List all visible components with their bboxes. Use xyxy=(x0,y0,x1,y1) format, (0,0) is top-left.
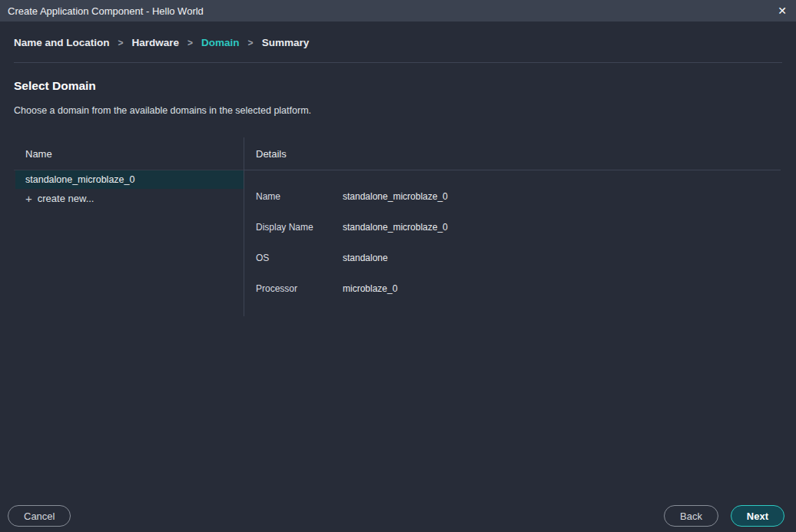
detail-row-processor: Processor microblaze_0 xyxy=(244,273,781,304)
detail-row-os: OS standalone xyxy=(244,243,781,273)
breadcrumb-step-name-and-location[interactable]: Name and Location xyxy=(14,37,110,48)
close-icon[interactable]: ✕ xyxy=(778,5,787,16)
detail-row-name: Name standalone_microblaze_0 xyxy=(244,181,781,212)
chevron-right-icon: > xyxy=(248,38,254,48)
chevron-right-icon: > xyxy=(187,38,193,48)
domain-item-label: standalone_microblaze_0 xyxy=(25,174,134,185)
create-new-label: create new... xyxy=(38,193,95,204)
create-application-component-dialog: Create Application Component - Hello Wor… xyxy=(0,0,796,532)
page-title: Select Domain xyxy=(14,79,96,93)
dialog-titlebar: Create Application Component - Hello Wor… xyxy=(0,0,796,21)
page-description: Choose a domain from the available domai… xyxy=(14,105,311,116)
detail-value: microblaze_0 xyxy=(343,283,397,294)
detail-value: standalone_microblaze_0 xyxy=(343,191,448,202)
domain-list-header: Name xyxy=(14,137,244,170)
detail-value: standalone xyxy=(343,253,388,263)
chevron-right-icon: > xyxy=(118,38,124,48)
breadcrumb-divider xyxy=(14,62,782,63)
domain-selection-panes: Name standalone_microblaze_0 + create ne… xyxy=(14,137,781,316)
detail-value: standalone_microblaze_0 xyxy=(343,222,448,233)
detail-label: OS xyxy=(256,253,343,263)
next-button[interactable]: Next xyxy=(731,505,784,527)
breadcrumb-step-summary[interactable]: Summary xyxy=(262,37,310,48)
domain-list-item-standalone-microblaze-0[interactable]: standalone_microblaze_0 xyxy=(15,170,244,189)
details-header: Details xyxy=(244,137,781,170)
detail-label: Processor xyxy=(256,283,343,294)
breadcrumb-step-domain[interactable]: Domain xyxy=(201,37,240,48)
dialog-title: Create Application Component - Hello Wor… xyxy=(8,5,204,17)
domain-list-pane: Name standalone_microblaze_0 + create ne… xyxy=(14,137,244,316)
plus-icon: + xyxy=(25,193,32,204)
cancel-button[interactable]: Cancel xyxy=(8,505,71,527)
domain-details-pane: Details Name standalone_microblaze_0 Dis… xyxy=(244,137,781,316)
back-button[interactable]: Back xyxy=(664,505,718,527)
wizard-breadcrumb: Name and Location > Hardware > Domain > … xyxy=(14,37,782,48)
create-new-domain-button[interactable]: + create new... xyxy=(15,189,244,208)
detail-row-display-name: Display Name standalone_microblaze_0 xyxy=(244,212,781,243)
details-rows: Name standalone_microblaze_0 Display Nam… xyxy=(244,170,781,304)
detail-label: Name xyxy=(256,191,343,202)
breadcrumb-step-hardware[interactable]: Hardware xyxy=(132,37,180,48)
detail-label: Display Name xyxy=(256,222,343,233)
